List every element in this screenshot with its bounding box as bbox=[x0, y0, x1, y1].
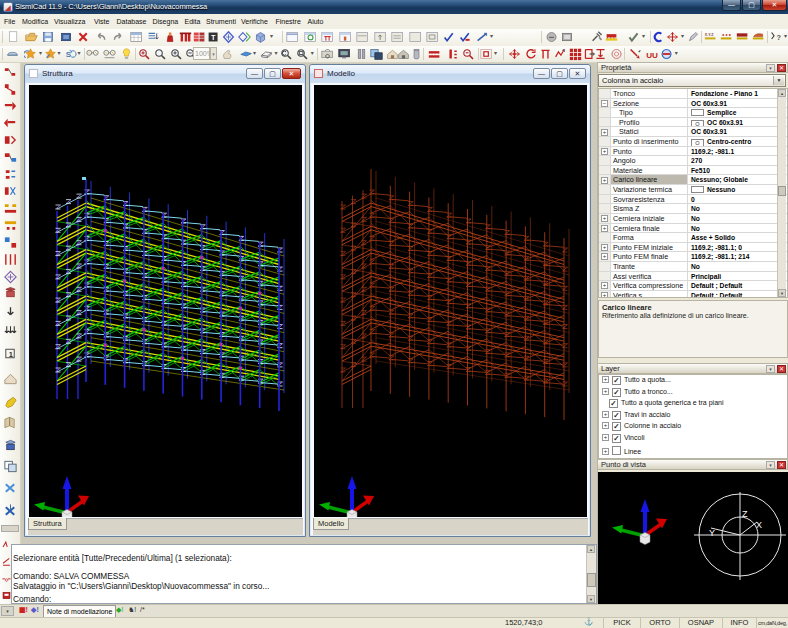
svg-text:?: ? bbox=[777, 33, 782, 42]
svg-text:1: 1 bbox=[9, 350, 13, 359]
svg-text:U: U bbox=[652, 51, 658, 60]
svg-text:Y: Y bbox=[709, 528, 715, 538]
svg-text:X.Y.Z: X.Y.Z bbox=[705, 33, 714, 37]
svg-text:T: T bbox=[211, 33, 216, 42]
svg-text:Z: Z bbox=[742, 509, 748, 519]
svg-text:X: X bbox=[756, 520, 762, 530]
